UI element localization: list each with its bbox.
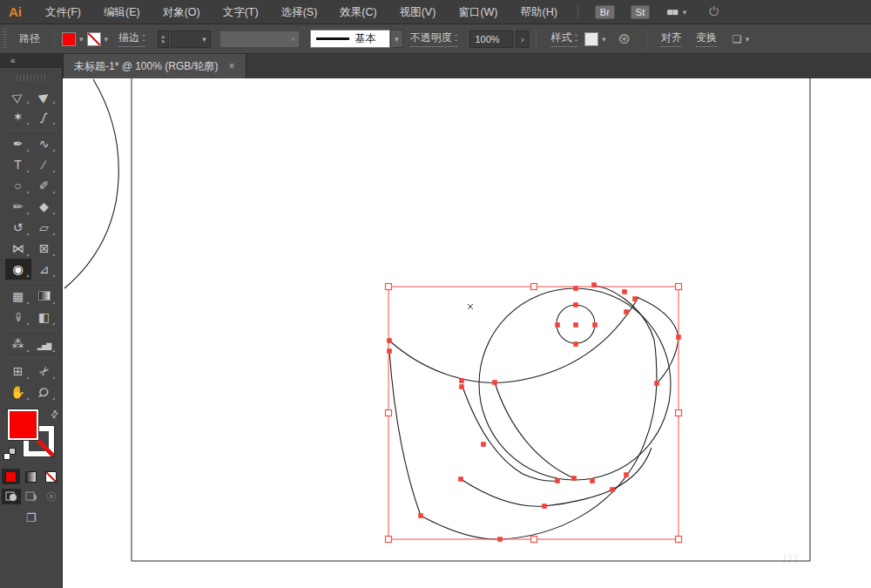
style-chevron-icon[interactable]: ▾ [602,35,606,44]
anchor-point-16[interactable] [492,380,497,385]
artboard-tool[interactable]: ⊞ [5,361,31,382]
control-bar-grip[interactable] [3,29,7,50]
isolate-chevron-icon[interactable]: ▾ [746,35,750,44]
menu-item-0[interactable]: 文件(F) [34,0,92,24]
lasso-tool[interactable]: ʃ [31,106,57,127]
align-link[interactable]: 对齐 [661,30,682,47]
menu-item-5[interactable]: 效果(C) [328,0,388,24]
stray-ellipse-path[interactable] [64,79,118,288]
gradient-tool[interactable] [31,286,57,307]
bbox-handle-3[interactable] [386,410,392,416]
tools-panel-grip[interactable] [17,75,46,81]
anchor-point-24[interactable] [542,504,547,509]
stroke-weight-label[interactable]: 描边 : [118,30,145,47]
menu-item-7[interactable]: 窗口(W) [447,0,509,24]
hand-tool[interactable]: ✋ [5,382,31,402]
bird-path-8[interactable] [462,384,557,481]
draw-normal-button[interactable] [2,489,21,504]
anchor-point-15[interactable] [459,384,464,389]
anchor-point-20[interactable] [571,476,577,481]
line-segment-tool[interactable]: ∕ [31,154,57,175]
zoom-tool[interactable]: Ϙ [31,382,57,402]
swap-fill-stroke-icon[interactable]: ⇄ [48,408,62,422]
free-transform-tool[interactable]: ⊠ [31,238,57,259]
bbox-handle-6[interactable] [531,537,537,543]
magic-wand-tool[interactable]: ✶ [5,106,31,127]
anchor-point-5[interactable] [676,335,681,340]
menu-item-6[interactable]: 视图(V) [388,0,448,24]
anchor-point-8[interactable] [555,322,560,328]
default-fill-stroke-icon[interactable] [3,448,16,460]
document-tab[interactable]: 未标题-1* @ 100% (RGB/轮廓) × [63,54,246,78]
selection-tool[interactable]: ▷ [5,85,31,106]
anchor-point-19[interactable] [555,478,560,483]
pencil-tool[interactable]: ✏ [5,196,31,217]
stroke-color-swatch[interactable] [87,32,101,46]
bbox-handle-0[interactable] [386,284,392,290]
bbox-handle-5[interactable] [386,537,392,543]
opacity-input[interactable]: 100% [469,30,513,48]
gradient-button[interactable] [22,469,40,484]
anchor-point-14[interactable] [459,378,464,383]
color-button[interactable] [2,469,20,484]
anchor-point-13[interactable] [387,348,392,354]
stroke-weight-dropdown[interactable]: ▾ [171,30,211,48]
bbox-handle-4[interactable] [676,410,682,416]
brush-definition-value[interactable]: 基本 [310,30,390,48]
bird-path-0[interactable] [479,288,671,480]
rotate-tool[interactable]: ↺ [5,217,31,238]
anchor-point-26[interactable] [418,513,423,518]
change-screen-mode-icon[interactable]: ❐ [26,511,37,524]
chevron-down-icon[interactable]: ▾ [683,8,687,17]
menu-item-1[interactable]: 编辑(E) [92,0,152,24]
shape-builder-tool[interactable]: ◉ [5,259,31,280]
eraser-tool[interactable]: ◆ [31,196,57,217]
gpu-performance-icon[interactable]: ⏻ [709,4,719,19]
stroke-chevron-icon[interactable]: ▾ [105,35,109,44]
ellipse-tool[interactable]: ○ [5,175,31,196]
bbox-handle-7[interactable] [676,537,682,543]
scale-tool[interactable]: ▱ [31,217,57,238]
brush-combo[interactable]: 基本 ▾ [310,30,403,48]
bird-path-3[interactable] [596,286,657,383]
fill-color-indicator[interactable] [8,409,38,440]
brush-chevron-icon[interactable]: ▾ [390,30,403,48]
recolor-artwork-icon[interactable]: ⊛ [618,30,631,48]
anchor-point-3[interactable] [632,296,638,301]
anchor-point-18[interactable] [458,476,463,482]
menu-item-8[interactable]: 帮助(H) [510,0,569,24]
anchor-point-2[interactable] [622,289,627,294]
anchor-point-17[interactable] [481,442,486,447]
stroke-weight-stepper[interactable]: ▲▼ [158,30,169,48]
anchor-point-21[interactable] [590,478,595,483]
eyedropper-tool[interactable]: ✑ [5,307,31,328]
selection-bounding-box[interactable] [388,287,679,539]
anchor-point-6[interactable] [654,381,659,386]
paintbrush-tool[interactable]: ✐ [31,175,57,196]
none-button[interactable] [42,469,60,484]
anchor-point-11[interactable] [573,322,578,328]
fill-chevron-icon[interactable]: ▾ [79,35,84,44]
slice-tool[interactable]: ✂ [31,361,57,382]
direct-selection-tool[interactable]: ▶ [31,85,57,106]
blend-tool[interactable]: ◧ [31,307,57,328]
opacity-label[interactable]: 不透明度 : [410,30,458,47]
bird-path-9[interactable] [495,382,574,478]
symbol-sprayer-tool[interactable]: ⁂ [5,334,31,355]
artboard-canvas[interactable]: m [63,78,871,588]
collapse-panels-button[interactable]: « [0,54,63,68]
menu-item-2[interactable]: 对象(O) [152,0,212,24]
draw-behind-button[interactable] [22,489,41,504]
bbox-handle-2[interactable] [676,284,682,290]
bird-path-5[interactable] [389,351,421,516]
curvature-tool[interactable]: ∿ [31,133,57,154]
bird-path-6[interactable] [421,383,657,539]
transform-link[interactable]: 变换 [696,30,717,47]
anchor-point-12[interactable] [387,338,392,343]
width-tool[interactable]: ⋈ [5,238,31,259]
stock-button[interactable]: St [631,5,650,19]
perspective-grid-tool[interactable]: ⊿ [31,259,57,280]
draw-inside-button[interactable] [42,489,61,504]
anchor-point-22[interactable] [624,472,629,477]
column-graph-tool[interactable]: ▂▅▇ [31,334,57,355]
